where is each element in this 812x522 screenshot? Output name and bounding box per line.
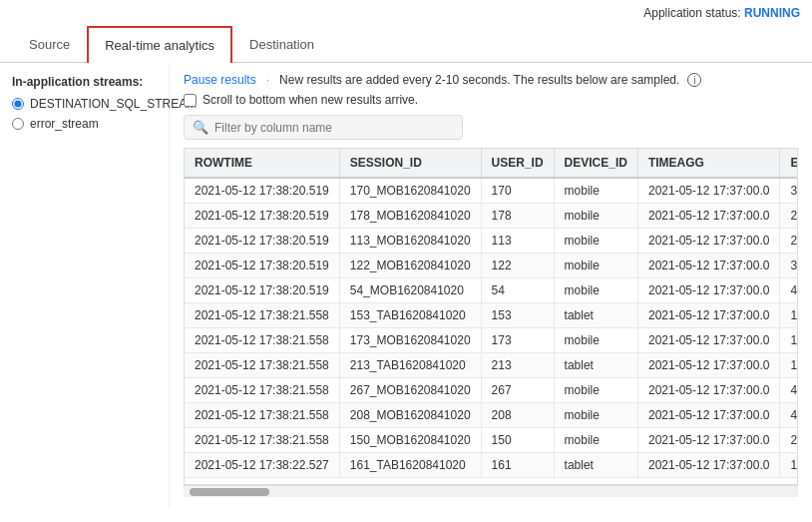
table-cell: 2021-05-12 17:37:00.0 — [637, 254, 779, 278]
content-area: In-application streams: DESTINATION_SQL_… — [0, 63, 812, 507]
horizontal-scrollbar[interactable] — [184, 485, 798, 497]
table-row: 2021-05-12 17:38:20.519178_MOB1620841020… — [185, 204, 798, 229]
table-cell: 170_MOB1620841020 — [339, 178, 481, 204]
table-cell: 267_MOB1620841020 — [339, 378, 481, 403]
tab-destination[interactable]: Destination — [232, 26, 331, 63]
table-row: 2021-05-12 17:38:20.51954_MOB16208410205… — [185, 278, 798, 303]
table-cell: 153_TAB1620841020 — [339, 303, 481, 328]
scroll-label: Scroll to bottom when new results arrive… — [203, 93, 418, 107]
main-panel: Pause results · New results are added ev… — [170, 63, 812, 507]
sidebar: In-application streams: DESTINATION_SQL_… — [0, 63, 170, 507]
stream-item-dest[interactable]: DESTINATION_SQL_STREAM — [12, 97, 157, 111]
table-cell: mobile — [554, 428, 637, 453]
table-cell: 1 — [780, 353, 798, 378]
stream-radio-dest[interactable] — [12, 98, 24, 110]
app-status-label: Application status: — [643, 6, 740, 20]
table-cell: 3 — [780, 254, 798, 278]
table-cell: 213 — [481, 353, 554, 378]
top-controls: Pause results · New results are added ev… — [184, 73, 798, 87]
table-cell: 2021-05-12 17:37:00.0 — [637, 453, 779, 478]
tab-realtime[interactable]: Real-time analytics — [87, 26, 232, 63]
table-cell: 122 — [481, 254, 554, 278]
table-cell: 113_MOB1620841020 — [339, 229, 481, 254]
table-cell: 2021-05-12 17:37:00.0 — [637, 229, 779, 254]
table-cell: 2021-05-12 17:37:00.0 — [637, 403, 779, 428]
table-cell: 2021-05-12 17:38:20.519 — [185, 254, 339, 278]
table-cell: 1 — [780, 303, 798, 328]
stream-radio-error[interactable] — [12, 118, 24, 130]
table-cell: 213_TAB1620841020 — [339, 353, 481, 378]
table-cell: 2021-05-12 17:38:21.558 — [185, 353, 339, 378]
table-cell: 2021-05-12 17:38:20.519 — [185, 278, 339, 303]
table-cell: 267 — [481, 378, 554, 403]
table-cell: 2021-05-12 17:38:21.558 — [185, 403, 339, 428]
table-cell: 153 — [481, 303, 554, 328]
col-session-id: SESSION_ID — [339, 149, 481, 178]
results-table: ROWTIME SESSION_ID USER_ID DEVICE_ID TIM… — [185, 149, 798, 478]
table-cell: 173 — [481, 328, 554, 353]
table-cell: 2021-05-12 17:38:21.558 — [185, 428, 339, 453]
scroll-thumb[interactable] — [190, 488, 269, 496]
table-row: 2021-05-12 17:38:21.558150_MOB1620841020… — [185, 428, 798, 453]
col-timeagg: TIMEAGG — [637, 149, 779, 178]
info-icon[interactable]: i — [687, 73, 701, 87]
table-cell: 150 — [481, 428, 554, 453]
table-cell: 2021-05-12 17:38:20.519 — [185, 204, 339, 229]
table-cell: 178 — [481, 204, 554, 229]
table-cell: 208_MOB1620841020 — [339, 403, 481, 428]
table-cell: 178_MOB1620841020 — [339, 204, 481, 229]
table-cell: 161_TAB1620841020 — [339, 453, 481, 478]
table-cell: 4 — [780, 278, 798, 303]
scroll-checkbox[interactable] — [184, 94, 197, 107]
table-body: 2021-05-12 17:38:20.519170_MOB1620841020… — [185, 178, 798, 478]
table-cell: 170 — [481, 178, 554, 204]
dot-separator: · — [266, 73, 269, 87]
col-user-id: USER_ID — [481, 149, 554, 178]
scroll-check-row: Scroll to bottom when new results arrive… — [184, 93, 798, 107]
table-row: 2021-05-12 17:38:20.519113_MOB1620841020… — [185, 229, 798, 254]
table-cell: 2021-05-12 17:38:22.527 — [185, 453, 339, 478]
app-status-value: RUNNING — [744, 6, 800, 20]
table-cell: 150_MOB1620841020 — [339, 428, 481, 453]
table-cell: 2 — [780, 204, 798, 229]
table-cell: 54_MOB1620841020 — [339, 278, 481, 303]
tab-source[interactable]: Source — [12, 26, 87, 63]
table-cell: 2021-05-12 17:38:21.558 — [185, 328, 339, 353]
sidebar-title: In-application streams: — [12, 75, 157, 89]
col-device-id: DEVICE_ID — [554, 149, 637, 178]
table-cell: mobile — [554, 204, 637, 229]
table-cell: 1 — [780, 328, 798, 353]
top-bar: Application status: RUNNING — [0, 0, 812, 26]
app-status: Application status: RUNNING — [643, 6, 800, 20]
table-cell: 2021-05-12 17:37:00.0 — [637, 303, 779, 328]
pause-button[interactable]: Pause results — [184, 73, 256, 87]
table-cell: 2021-05-12 17:37:00.0 — [637, 353, 779, 378]
table-cell: 4 — [780, 403, 798, 428]
table-cell: 113 — [481, 229, 554, 254]
table-cell: 2 — [780, 229, 798, 254]
table-cell: mobile — [554, 254, 637, 278]
table-cell: mobile — [554, 328, 637, 353]
table-cell: 2021-05-12 17:38:21.558 — [185, 303, 339, 328]
tab-bar: Source Real-time analytics Destination — [0, 26, 812, 63]
stream-label-error: error_stream — [30, 117, 99, 131]
table-cell: tablet — [554, 353, 637, 378]
table-row: 2021-05-12 17:38:21.558208_MOB1620841020… — [185, 403, 798, 428]
red-arrow-indicator — [170, 63, 174, 123]
filter-bar: 🔍 — [184, 115, 463, 140]
table-cell: 208 — [481, 403, 554, 428]
stream-item-error[interactable]: error_stream — [12, 117, 157, 131]
table-cell: 161 — [481, 453, 554, 478]
table-row: 2021-05-12 17:38:22.527161_TAB1620841020… — [185, 453, 798, 478]
results-table-wrapper[interactable]: ROWTIME SESSION_ID USER_ID DEVICE_ID TIM… — [184, 148, 798, 485]
table-row: 2021-05-12 17:38:21.558173_MOB1620841020… — [185, 328, 798, 353]
table-cell: 4 — [780, 378, 798, 403]
table-cell: tablet — [554, 303, 637, 328]
table-row: 2021-05-12 17:38:21.558213_TAB1620841020… — [185, 353, 798, 378]
table-cell: 2021-05-12 17:37:00.0 — [637, 278, 779, 303]
table-cell: 2021-05-12 17:38:20.519 — [185, 229, 339, 254]
table-cell: tablet — [554, 453, 637, 478]
filter-input[interactable] — [214, 121, 414, 135]
table-cell: 2021-05-12 17:37:00.0 — [637, 178, 779, 204]
table-row: 2021-05-12 17:38:21.558153_TAB1620841020… — [185, 303, 798, 328]
